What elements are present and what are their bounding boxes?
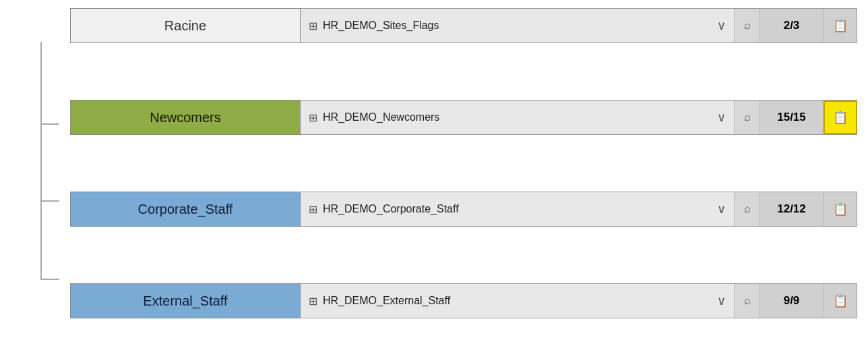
newcomers-label-text: Newcomers	[150, 110, 221, 125]
external-row: External_Staff ⊞ HR_DEMO_External_Staff …	[11, 283, 857, 318]
newcomers-data-row: ⊞ HR_DEMO_Newcomers ∨ ⌕ 15/15 📋	[301, 100, 857, 135]
root-row: Racine ⊞ HR_DEMO_Sites_Flags ∨ ⌕ 2/3 📋	[11, 8, 857, 43]
corporate-table-name: HR_DEMO_Corporate_Staff	[323, 203, 712, 215]
newcomers-count: 15/15	[760, 101, 824, 134]
external-count-text: 9/9	[784, 294, 800, 308]
newcomers-table-icon: ⊞	[309, 111, 317, 124]
external-dropdown-icon: ∨	[717, 293, 726, 308]
root-export-button[interactable]: 📋	[824, 9, 857, 42]
external-export-icon: 📋	[833, 293, 848, 308]
root-search-icon: ⌕	[744, 19, 751, 32]
newcomers-dropdown-icon: ∨	[717, 110, 726, 125]
corporate-table-selector[interactable]: ⊞ HR_DEMO_Corporate_Staff ∨	[301, 192, 735, 226]
newcomers-count-text: 15/15	[777, 111, 806, 124]
newcomers-export-icon: 📋	[833, 110, 848, 125]
root-label: Racine	[70, 8, 301, 43]
corporate-data-row: ⊞ HR_DEMO_Corporate_Staff ∨ ⌕ 12/12 📋	[301, 192, 857, 227]
root-export-icon: 📋	[833, 18, 848, 33]
corporate-export-icon: 📋	[833, 202, 848, 217]
newcomers-search-button[interactable]: ⌕	[735, 101, 760, 134]
root-dropdown-icon: ∨	[717, 18, 726, 33]
root-search-button[interactable]: ⌕	[735, 9, 760, 42]
root-table-name: HR_DEMO_Sites_Flags	[323, 20, 712, 32]
external-search-button[interactable]: ⌕	[735, 284, 760, 318]
main-container: Racine ⊞ HR_DEMO_Sites_Flags ∨ ⌕ 2/3 📋 N…	[0, 0, 868, 326]
newcomers-search-icon: ⌕	[744, 111, 751, 124]
corporate-label: Corporate_Staff	[70, 192, 301, 227]
corporate-export-button[interactable]: 📋	[824, 192, 857, 226]
corporate-count-text: 12/12	[777, 202, 806, 216]
newcomers-export-button[interactable]: 📋	[824, 101, 857, 134]
corporate-row: Corporate_Staff ⊞ HR_DEMO_Corporate_Staf…	[11, 192, 857, 227]
newcomers-row: Newcomers ⊞ HR_DEMO_Newcomers ∨ ⌕ 15/15 …	[11, 100, 857, 135]
corporate-label-text: Corporate_Staff	[138, 202, 233, 217]
root-table-icon: ⊞	[309, 20, 317, 32]
external-export-button[interactable]: 📋	[824, 284, 857, 318]
external-table-icon: ⊞	[309, 295, 317, 308]
external-count: 9/9	[760, 284, 824, 318]
newcomers-label: Newcomers	[70, 100, 301, 135]
root-count-text: 2/3	[784, 19, 800, 32]
external-search-icon: ⌕	[744, 294, 751, 308]
external-label: External_Staff	[70, 283, 301, 318]
root-data-row: ⊞ HR_DEMO_Sites_Flags ∨ ⌕ 2/3 📋	[301, 8, 857, 43]
corporate-count: 12/12	[760, 192, 824, 226]
root-count: 2/3	[760, 9, 824, 42]
corporate-search-icon: ⌕	[744, 202, 751, 216]
root-table-selector[interactable]: ⊞ HR_DEMO_Sites_Flags ∨	[301, 9, 735, 42]
external-label-text: External_Staff	[143, 293, 227, 309]
root-label-text: Racine	[164, 18, 206, 34]
corporate-table-icon: ⊞	[309, 203, 317, 216]
external-data-row: ⊞ HR_DEMO_External_Staff ∨ ⌕ 9/9 📋	[301, 283, 857, 318]
external-table-selector[interactable]: ⊞ HR_DEMO_External_Staff ∨	[301, 284, 735, 318]
corporate-search-button[interactable]: ⌕	[735, 192, 760, 226]
newcomers-table-selector[interactable]: ⊞ HR_DEMO_Newcomers ∨	[301, 101, 735, 134]
external-table-name: HR_DEMO_External_Staff	[323, 295, 712, 307]
newcomers-table-name: HR_DEMO_Newcomers	[323, 111, 712, 123]
corporate-dropdown-icon: ∨	[717, 202, 726, 217]
